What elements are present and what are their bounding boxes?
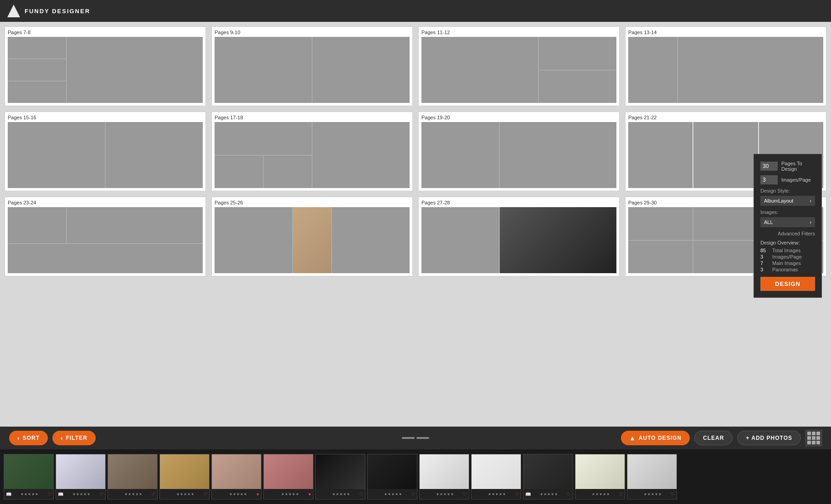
heart-icon-13: ♡: [671, 492, 675, 497]
filmstrip-thumb-6[interactable]: 📖 ★★★★★ ♥: [263, 454, 313, 499]
auto-design-button[interactable]: ▲ AUTO DESIGN: [621, 431, 690, 445]
clear-label: CLEAR: [703, 435, 724, 441]
page-spread-11-12[interactable]: Pages 11-12: [418, 26, 620, 106]
stars-7: ★★★★★: [332, 492, 350, 496]
drag-handle-line-2: [416, 437, 429, 439]
page-spread-23-24[interactable]: Pages 23-24: [5, 197, 206, 276]
thumb-image-13: [627, 454, 677, 489]
add-photos-label: + ADD PHOTOS: [746, 435, 792, 441]
page-spread-17-18[interactable]: Pages 17-18: [211, 112, 413, 191]
images-label: Images:: [760, 209, 815, 215]
thumb-image-8: [368, 454, 417, 489]
sort-button[interactable]: ‹ SORT: [9, 431, 48, 445]
chevron-right-icon-2: ›: [810, 219, 811, 225]
stars-5: ★★★★★: [229, 492, 247, 496]
toolbar-center: [402, 437, 429, 439]
images-dropdown[interactable]: ALL ›: [760, 217, 815, 227]
stars-12: ★★★★★: [592, 492, 610, 496]
design-style-dropdown[interactable]: AlbumLayout ›: [760, 196, 815, 206]
page-spread-7-8[interactable]: Pages 7-8: [5, 26, 206, 106]
design-button[interactable]: DESIGN: [760, 277, 815, 291]
total-images-label: Total Images: [772, 248, 800, 253]
filmstrip-thumb-7[interactable]: 📖 ★★★★★ ♡: [315, 454, 365, 499]
chevron-left-filter-icon: ‹: [61, 434, 63, 442]
book-icon-1: 📖: [6, 492, 11, 497]
thumb-image-9: [420, 454, 469, 489]
filmstrip: 📖 ★★★★★ ♡ 📖 ★★★★★ ♡ 📖 ★★★★★ ♡ 📖: [0, 449, 831, 504]
heart-icon-10: ♡: [515, 492, 519, 497]
thumb-image-12: [575, 454, 625, 489]
thumb-image-10: [472, 454, 521, 489]
header: FUNDY DESIGNER: [0, 0, 831, 22]
images-per-page-overview-num: 3: [760, 254, 769, 260]
design-style-value: AlbumLayout: [764, 198, 793, 204]
page-label-23-24: Pages 23-24: [8, 200, 203, 205]
filmstrip-thumb-13[interactable]: 📖 ★★★★★ ♡: [627, 454, 677, 499]
heart-icon-7: ♡: [359, 492, 363, 497]
filmstrip-thumb-1[interactable]: 📖 ★★★★★ ♡: [4, 454, 54, 499]
filmstrip-thumb-10[interactable]: 📖 ★★★★★ ♡: [471, 454, 521, 499]
page-spread-27-28[interactable]: Pages 27-28: [418, 197, 620, 276]
heart-icon-11: ♡: [567, 492, 571, 497]
page-label-17-18: Pages 17-18: [215, 115, 410, 120]
stars-2: ★★★★★: [72, 492, 90, 496]
main-content: Pages 7-8 Pages 9-10 Pages 11-12: [0, 22, 831, 427]
heart-icon-2: ♡: [99, 492, 103, 497]
heart-icon-9: ♡: [463, 492, 467, 497]
book-icon-2: 📖: [58, 492, 63, 497]
thumb-image-1: [4, 454, 53, 489]
add-photos-button[interactable]: + ADD PHOTOS: [737, 431, 801, 445]
filmstrip-thumb-5[interactable]: 📖 ★★★★★ ♥: [211, 454, 262, 499]
sort-label: SORT: [23, 435, 40, 441]
filmstrip-thumb-8[interactable]: 📖 ★★★★★ ♡: [367, 454, 417, 499]
filter-button[interactable]: ‹ FILTER: [52, 431, 96, 445]
chevron-right-icon: ›: [810, 198, 811, 204]
images-per-page-input[interactable]: 3: [760, 175, 778, 184]
filmstrip-thumb-11[interactable]: 📖 ★★★★★ ♡: [523, 454, 573, 499]
auto-design-label: AUTO DESIGN: [639, 435, 682, 441]
main-images-label: Main Images: [772, 260, 801, 266]
total-images-num: 85: [760, 248, 769, 253]
pages-grid: Pages 7-8 Pages 9-10 Pages 11-12: [5, 26, 826, 276]
thumb-image-4: [160, 454, 209, 489]
filmstrip-thumb-2[interactable]: 📖 ★★★★★ ♡: [56, 454, 106, 499]
stars-11: ★★★★★: [540, 492, 558, 496]
stars-8: ★★★★★: [384, 492, 402, 496]
logo-icon: [7, 5, 20, 17]
page-label-11-12: Pages 11-12: [421, 30, 616, 35]
heart-icon-3: ♡: [151, 492, 155, 497]
page-spread-13-14[interactable]: Pages 13-14: [625, 26, 826, 106]
page-label-21-22: Pages 21-22: [628, 115, 823, 120]
page-label-19-20: Pages 19-20: [421, 115, 616, 120]
thumb-image-5: [212, 454, 261, 489]
page-label-13-14: Pages 13-14: [628, 30, 823, 35]
page-label-25-26: Pages 25-26: [215, 200, 410, 205]
page-spread-9-10[interactable]: Pages 9-10: [211, 26, 413, 106]
filter-label: FILTER: [66, 435, 87, 441]
page-label-15-16: Pages 15-16: [8, 115, 203, 120]
pages-to-design-input[interactable]: 30: [760, 162, 778, 171]
page-spread-19-20[interactable]: Pages 19-20: [418, 112, 620, 191]
clear-button[interactable]: CLEAR: [694, 431, 733, 445]
filmstrip-thumb-3[interactable]: 📖 ★★★★★ ♡: [108, 454, 158, 499]
thumb-image-11: [523, 454, 573, 489]
filmstrip-thumb-9[interactable]: 📖 ★★★★★ ♡: [419, 454, 469, 499]
advanced-filters-link[interactable]: Advanced Filters: [760, 231, 815, 236]
grid-view-button[interactable]: [805, 430, 822, 446]
stars-1: ★★★★★: [21, 492, 38, 496]
panoramas-num: 3: [760, 267, 769, 272]
images-value: ALL: [764, 219, 773, 225]
page-spread-15-16[interactable]: Pages 15-16: [5, 112, 206, 191]
filmstrip-thumb-12[interactable]: 📖 ★★★★★ ♡: [575, 454, 625, 499]
page-label-7-8: Pages 7-8: [8, 30, 203, 35]
thumb-image-3: [108, 454, 157, 489]
stars-10: ★★★★★: [488, 492, 506, 496]
images-per-page-overview-label: Images/Page: [772, 254, 802, 260]
thumb-image-6: [264, 454, 313, 489]
auto-design-popup: 30 Pages To Design 3 Images/Page Design …: [754, 154, 822, 298]
heart-icon-1: ♡: [47, 492, 51, 497]
app-title: FUNDY DESIGNER: [25, 8, 90, 15]
filmstrip-thumb-4[interactable]: 📖 ★★★★★ ♡: [159, 454, 210, 499]
page-spread-25-26[interactable]: Pages 25-26: [211, 197, 413, 276]
chevron-up-autodesign-icon: ▲: [629, 434, 636, 442]
